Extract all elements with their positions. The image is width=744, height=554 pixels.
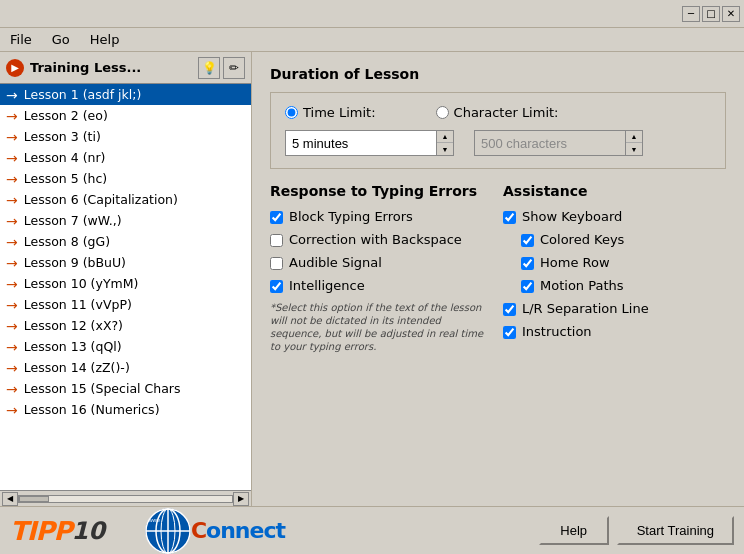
assistance-section: Assistance Show Keyboard Colored Keys Ho… xyxy=(503,183,726,353)
lesson-item[interactable]: →Lesson 12 (xX?) xyxy=(0,315,251,336)
home-row-row[interactable]: Home Row xyxy=(521,255,726,270)
lesson-item[interactable]: →Lesson 11 (vVpP) xyxy=(0,294,251,315)
lesson-item[interactable]: →Lesson 6 (Capitalization) xyxy=(0,189,251,210)
lesson-item[interactable]: →Lesson 16 (Numerics) xyxy=(0,399,251,420)
lesson-item[interactable]: →Lesson 1 (asdf jkl;) xyxy=(0,84,251,105)
lesson-label: Lesson 6 (Capitalization) xyxy=(24,192,178,207)
home-row-checkbox[interactable] xyxy=(521,257,534,270)
char-limit-option[interactable]: Character Limit: xyxy=(436,105,559,120)
lr-separation-checkbox[interactable] xyxy=(503,303,516,316)
lesson-item[interactable]: →Lesson 13 (qQl) xyxy=(0,336,251,357)
lesson-label: Lesson 8 (gG) xyxy=(24,234,110,249)
scroll-right-arrow[interactable]: ▶ xyxy=(233,492,249,506)
block-typing-row[interactable]: Block Typing Errors xyxy=(270,209,493,224)
lesson-label: Lesson 3 (ti) xyxy=(24,129,101,144)
block-typing-checkbox[interactable] xyxy=(270,211,283,224)
motion-paths-row[interactable]: Motion Paths xyxy=(521,278,726,293)
lesson-item[interactable]: →Lesson 8 (gG) xyxy=(0,231,251,252)
lesson-item[interactable]: →Lesson 5 (hc) xyxy=(0,168,251,189)
audible-checkbox[interactable] xyxy=(270,257,283,270)
time-spinbox[interactable]: ▲ ▼ xyxy=(285,130,454,156)
lesson-item[interactable]: →Lesson 4 (nr) xyxy=(0,147,251,168)
right-panel: Duration of Lesson Time Limit: Character… xyxy=(252,52,744,506)
menu-go[interactable]: Go xyxy=(46,30,76,49)
scroll-left-arrow[interactable]: ◀ xyxy=(2,492,18,506)
lesson-arrow-icon: → xyxy=(6,403,18,417)
lesson-arrow-icon: → xyxy=(6,256,18,270)
time-input[interactable] xyxy=(286,131,436,155)
lr-separation-row[interactable]: L/R Separation Line xyxy=(503,301,726,316)
intelligence-checkbox[interactable] xyxy=(270,280,283,293)
lesson-item[interactable]: →Lesson 10 (yYmM) xyxy=(0,273,251,294)
lesson-label: Lesson 2 (eo) xyxy=(24,108,108,123)
lr-separation-label: L/R Separation Line xyxy=(522,301,649,316)
char-limit-radio[interactable] xyxy=(436,106,449,119)
correction-row[interactable]: Correction with Backspace xyxy=(270,232,493,247)
scroll-thumb-h[interactable] xyxy=(19,496,49,502)
lesson-arrow-icon: → xyxy=(6,130,18,144)
char-input[interactable] xyxy=(475,131,625,155)
intelligence-note: *Select this option if the text of the l… xyxy=(270,301,493,353)
audible-label: Audible Signal xyxy=(289,255,382,270)
duration-controls: ▲ ▼ ▲ ▼ xyxy=(285,130,711,156)
lesson-arrow-icon: → xyxy=(6,193,18,207)
block-typing-label: Block Typing Errors xyxy=(289,209,413,224)
instruction-label: Instruction xyxy=(522,324,592,339)
show-keyboard-row[interactable]: Show Keyboard xyxy=(503,209,726,224)
edit-icon-button[interactable]: ✏ xyxy=(223,57,245,79)
menu-file[interactable]: File xyxy=(4,30,38,49)
time-limit-option[interactable]: Time Limit: xyxy=(285,105,376,120)
colored-keys-row[interactable]: Colored Keys xyxy=(521,232,726,247)
lesson-arrow-icon: → xyxy=(6,298,18,312)
duration-title: Duration of Lesson xyxy=(270,66,726,82)
duration-section: Duration of Lesson Time Limit: Character… xyxy=(270,66,726,169)
lesson-item[interactable]: →Lesson 7 (wW.,) xyxy=(0,210,251,231)
lesson-item[interactable]: →Lesson 15 (Special Chars xyxy=(0,378,251,399)
connect-text: Connect xyxy=(191,518,285,543)
lesson-arrow-icon: → xyxy=(6,340,18,354)
lesson-item[interactable]: →Lesson 3 (ti) xyxy=(0,126,251,147)
char-decrement-btn[interactable]: ▼ xyxy=(626,143,642,155)
instruction-checkbox[interactable] xyxy=(503,326,516,339)
show-keyboard-label: Show Keyboard xyxy=(522,209,622,224)
lesson-arrow-icon: → xyxy=(6,109,18,123)
lightbulb-icon-button[interactable]: 💡 xyxy=(198,57,220,79)
bottom-bar: TIPP 10 www Connect Help Start Training xyxy=(0,506,744,554)
close-button[interactable]: ✕ xyxy=(722,6,740,22)
time-limit-radio[interactable] xyxy=(285,106,298,119)
lesson-label: Lesson 7 (wW.,) xyxy=(24,213,122,228)
errors-title: Response to Typing Errors xyxy=(270,183,493,199)
char-limit-label: Character Limit: xyxy=(454,105,559,120)
lesson-label: Lesson 4 (nr) xyxy=(24,150,106,165)
intelligence-label: Intelligence xyxy=(289,278,365,293)
lesson-item[interactable]: →Lesson 9 (bBuU) xyxy=(0,252,251,273)
time-decrement-btn[interactable]: ▼ xyxy=(437,143,453,155)
lesson-list: →Lesson 1 (asdf jkl;)→Lesson 2 (eo)→Less… xyxy=(0,84,251,490)
char-increment-btn[interactable]: ▲ xyxy=(626,131,642,143)
correction-checkbox[interactable] xyxy=(270,234,283,247)
colored-keys-checkbox[interactable] xyxy=(521,234,534,247)
intelligence-row[interactable]: Intelligence xyxy=(270,278,493,293)
scroll-track-h[interactable] xyxy=(18,495,233,503)
title-bar: ─ □ ✕ xyxy=(0,0,744,28)
show-keyboard-checkbox[interactable] xyxy=(503,211,516,224)
audible-row[interactable]: Audible Signal xyxy=(270,255,493,270)
lesson-label: Lesson 12 (xX?) xyxy=(24,318,123,333)
time-increment-btn[interactable]: ▲ xyxy=(437,131,453,143)
lesson-arrow-icon: → xyxy=(6,382,18,396)
lesson-label: Lesson 1 (asdf jkl;) xyxy=(24,87,142,102)
help-button[interactable]: Help xyxy=(539,516,609,545)
lesson-item[interactable]: →Lesson 2 (eo) xyxy=(0,105,251,126)
maximize-button[interactable]: □ xyxy=(702,6,720,22)
motion-paths-checkbox[interactable] xyxy=(521,280,534,293)
lesson-item[interactable]: →Lesson 14 (zZ()-) xyxy=(0,357,251,378)
menu-help[interactable]: Help xyxy=(84,30,126,49)
colored-keys-label: Colored Keys xyxy=(540,232,624,247)
minimize-button[interactable]: ─ xyxy=(682,6,700,22)
char-spinbox[interactable]: ▲ ▼ xyxy=(474,130,643,156)
correction-label: Correction with Backspace xyxy=(289,232,462,247)
instruction-row[interactable]: Instruction xyxy=(503,324,726,339)
horizontal-scrollbar[interactable]: ◀ ▶ xyxy=(0,490,251,506)
lesson-label: Lesson 16 (Numerics) xyxy=(24,402,160,417)
start-training-button[interactable]: Start Training xyxy=(617,516,734,545)
